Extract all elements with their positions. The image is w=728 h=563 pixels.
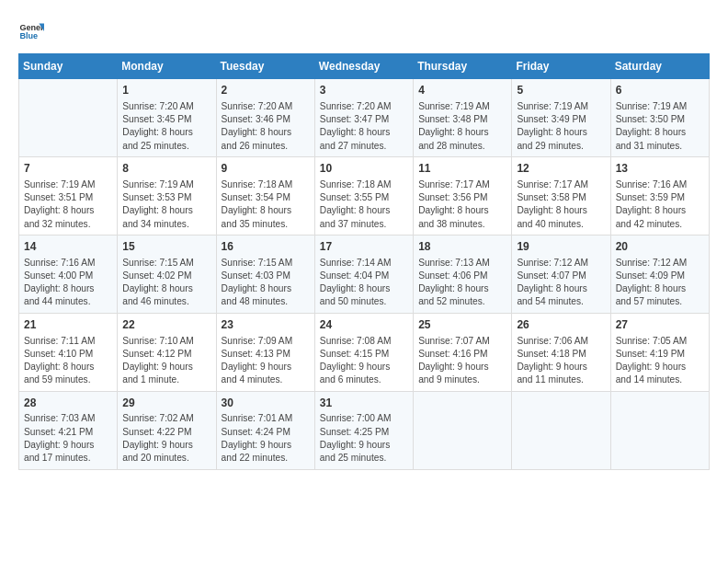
day-number: 21 (24, 317, 112, 333)
calendar-cell: 24Sunrise: 7:08 AM Sunset: 4:15 PM Dayli… (314, 313, 413, 391)
day-number: 29 (122, 396, 210, 411)
calendar-cell: 28Sunrise: 7:03 AM Sunset: 4:21 PM Dayli… (19, 391, 118, 469)
day-content: Sunrise: 7:19 AM Sunset: 3:53 PM Dayligh… (122, 178, 210, 231)
day-content: Sunrise: 7:17 AM Sunset: 3:56 PM Dayligh… (418, 178, 506, 231)
day-content: Sunrise: 7:20 AM Sunset: 3:47 PM Dayligh… (320, 100, 408, 153)
day-content: Sunrise: 7:13 AM Sunset: 4:06 PM Dayligh… (418, 257, 506, 309)
calendar-cell: 9Sunrise: 7:18 AM Sunset: 3:54 PM Daylig… (216, 156, 314, 235)
day-number: 7 (24, 161, 112, 177)
day-number: 1 (122, 83, 210, 98)
day-content: Sunrise: 7:12 AM Sunset: 4:09 PM Dayligh… (616, 257, 704, 309)
day-number: 12 (517, 161, 605, 177)
day-number: 27 (616, 317, 704, 333)
calendar-cell: 29Sunrise: 7:02 AM Sunset: 4:22 PM Dayli… (118, 391, 216, 469)
calendar-cell (610, 391, 709, 469)
day-content: Sunrise: 7:16 AM Sunset: 3:59 PM Dayligh… (616, 178, 704, 231)
day-content: Sunrise: 7:17 AM Sunset: 3:58 PM Dayligh… (517, 178, 605, 231)
calendar-cell: 12Sunrise: 7:17 AM Sunset: 3:58 PM Dayli… (512, 156, 610, 235)
day-number: 18 (418, 239, 506, 255)
col-header-friday: Friday (512, 54, 610, 79)
day-number: 13 (616, 161, 704, 177)
calendar-cell: 13Sunrise: 7:16 AM Sunset: 3:59 PM Dayli… (610, 156, 709, 235)
calendar-cell: 22Sunrise: 7:10 AM Sunset: 4:12 PM Dayli… (118, 313, 216, 391)
day-number: 24 (320, 317, 408, 333)
calendar-cell: 14Sunrise: 7:16 AM Sunset: 4:00 PM Dayli… (19, 235, 118, 313)
week-row-5: 28Sunrise: 7:03 AM Sunset: 4:21 PM Dayli… (19, 391, 710, 469)
day-content: Sunrise: 7:15 AM Sunset: 4:02 PM Dayligh… (122, 257, 210, 309)
day-content: Sunrise: 7:11 AM Sunset: 4:10 PM Dayligh… (24, 335, 112, 387)
day-number: 19 (517, 239, 605, 255)
calendar-cell: 19Sunrise: 7:12 AM Sunset: 4:07 PM Dayli… (512, 235, 610, 313)
week-row-4: 21Sunrise: 7:11 AM Sunset: 4:10 PM Dayli… (19, 313, 710, 391)
day-number: 6 (616, 83, 704, 98)
calendar-cell: 1Sunrise: 7:20 AM Sunset: 3:45 PM Daylig… (118, 79, 216, 157)
day-number: 10 (320, 161, 408, 177)
calendar-cell: 5Sunrise: 7:19 AM Sunset: 3:49 PM Daylig… (512, 79, 610, 157)
day-number: 31 (320, 396, 408, 411)
day-content: Sunrise: 7:18 AM Sunset: 3:55 PM Dayligh… (320, 178, 408, 231)
calendar-cell: 27Sunrise: 7:05 AM Sunset: 4:19 PM Dayli… (610, 313, 709, 391)
col-header-saturday: Saturday (610, 54, 709, 79)
calendar-cell: 31Sunrise: 7:00 AM Sunset: 4:25 PM Dayli… (314, 391, 413, 469)
calendar-cell: 2Sunrise: 7:20 AM Sunset: 3:46 PM Daylig… (216, 79, 314, 157)
day-content: Sunrise: 7:10 AM Sunset: 4:12 PM Dayligh… (122, 335, 210, 387)
col-header-wednesday: Wednesday (314, 54, 413, 79)
day-number: 15 (122, 239, 210, 255)
calendar-cell: 25Sunrise: 7:07 AM Sunset: 4:16 PM Dayli… (414, 313, 512, 391)
calendar-cell (19, 79, 118, 157)
calendar-cell: 16Sunrise: 7:15 AM Sunset: 4:03 PM Dayli… (216, 235, 314, 313)
col-header-thursday: Thursday (414, 54, 512, 79)
day-content: Sunrise: 7:12 AM Sunset: 4:07 PM Dayligh… (517, 257, 605, 309)
day-number: 5 (517, 83, 605, 98)
calendar-cell: 8Sunrise: 7:19 AM Sunset: 3:53 PM Daylig… (118, 156, 216, 235)
week-row-3: 14Sunrise: 7:16 AM Sunset: 4:00 PM Dayli… (19, 235, 710, 313)
calendar-cell: 21Sunrise: 7:11 AM Sunset: 4:10 PM Dayli… (19, 313, 118, 391)
calendar-cell: 6Sunrise: 7:19 AM Sunset: 3:50 PM Daylig… (610, 79, 709, 157)
day-content: Sunrise: 7:14 AM Sunset: 4:04 PM Dayligh… (320, 257, 408, 309)
logo-icon: General Blue (18, 18, 44, 44)
day-content: Sunrise: 7:19 AM Sunset: 3:50 PM Dayligh… (616, 100, 704, 153)
day-content: Sunrise: 7:03 AM Sunset: 4:21 PM Dayligh… (24, 412, 112, 465)
day-number: 4 (418, 83, 506, 98)
day-number: 14 (24, 239, 112, 255)
svg-text:Blue: Blue (19, 31, 38, 40)
day-content: Sunrise: 7:07 AM Sunset: 4:16 PM Dayligh… (418, 335, 506, 387)
day-content: Sunrise: 7:01 AM Sunset: 4:24 PM Dayligh… (222, 412, 310, 465)
col-header-tuesday: Tuesday (216, 54, 314, 79)
col-header-sunday: Sunday (19, 54, 118, 79)
day-content: Sunrise: 7:19 AM Sunset: 3:49 PM Dayligh… (517, 100, 605, 153)
day-number: 20 (616, 239, 704, 255)
calendar-cell (414, 391, 512, 469)
day-number: 17 (320, 239, 408, 255)
calendar-cell: 11Sunrise: 7:17 AM Sunset: 3:56 PM Dayli… (414, 156, 512, 235)
day-content: Sunrise: 7:09 AM Sunset: 4:13 PM Dayligh… (222, 335, 310, 387)
calendar-cell: 3Sunrise: 7:20 AM Sunset: 3:47 PM Daylig… (314, 79, 413, 157)
day-number: 2 (222, 83, 310, 98)
logo: General Blue (18, 18, 44, 44)
week-row-2: 7Sunrise: 7:19 AM Sunset: 3:51 PM Daylig… (19, 156, 710, 235)
calendar-cell: 30Sunrise: 7:01 AM Sunset: 4:24 PM Dayli… (216, 391, 314, 469)
day-number: 11 (418, 161, 506, 177)
day-number: 25 (418, 317, 506, 333)
calendar-cell: 20Sunrise: 7:12 AM Sunset: 4:09 PM Dayli… (610, 235, 709, 313)
day-number: 3 (320, 83, 408, 98)
calendar-cell: 18Sunrise: 7:13 AM Sunset: 4:06 PM Dayli… (414, 235, 512, 313)
week-row-1: 1Sunrise: 7:20 AM Sunset: 3:45 PM Daylig… (19, 79, 710, 157)
calendar-cell: 17Sunrise: 7:14 AM Sunset: 4:04 PM Dayli… (314, 235, 413, 313)
calendar-cell: 26Sunrise: 7:06 AM Sunset: 4:18 PM Dayli… (512, 313, 610, 391)
day-content: Sunrise: 7:02 AM Sunset: 4:22 PM Dayligh… (122, 412, 210, 465)
day-content: Sunrise: 7:15 AM Sunset: 4:03 PM Dayligh… (222, 257, 310, 309)
day-number: 28 (24, 396, 112, 411)
day-number: 30 (222, 396, 310, 411)
calendar-cell: 7Sunrise: 7:19 AM Sunset: 3:51 PM Daylig… (19, 156, 118, 235)
day-content: Sunrise: 7:20 AM Sunset: 3:45 PM Dayligh… (122, 100, 210, 153)
day-number: 9 (222, 161, 310, 177)
day-content: Sunrise: 7:05 AM Sunset: 4:19 PM Dayligh… (616, 335, 704, 387)
calendar-cell: 23Sunrise: 7:09 AM Sunset: 4:13 PM Dayli… (216, 313, 314, 391)
day-content: Sunrise: 7:20 AM Sunset: 3:46 PM Dayligh… (222, 100, 310, 153)
day-content: Sunrise: 7:08 AM Sunset: 4:15 PM Dayligh… (320, 335, 408, 387)
calendar-cell: 10Sunrise: 7:18 AM Sunset: 3:55 PM Dayli… (314, 156, 413, 235)
day-content: Sunrise: 7:19 AM Sunset: 3:48 PM Dayligh… (418, 100, 506, 153)
day-content: Sunrise: 7:06 AM Sunset: 4:18 PM Dayligh… (517, 335, 605, 387)
day-content: Sunrise: 7:19 AM Sunset: 3:51 PM Dayligh… (24, 178, 112, 231)
